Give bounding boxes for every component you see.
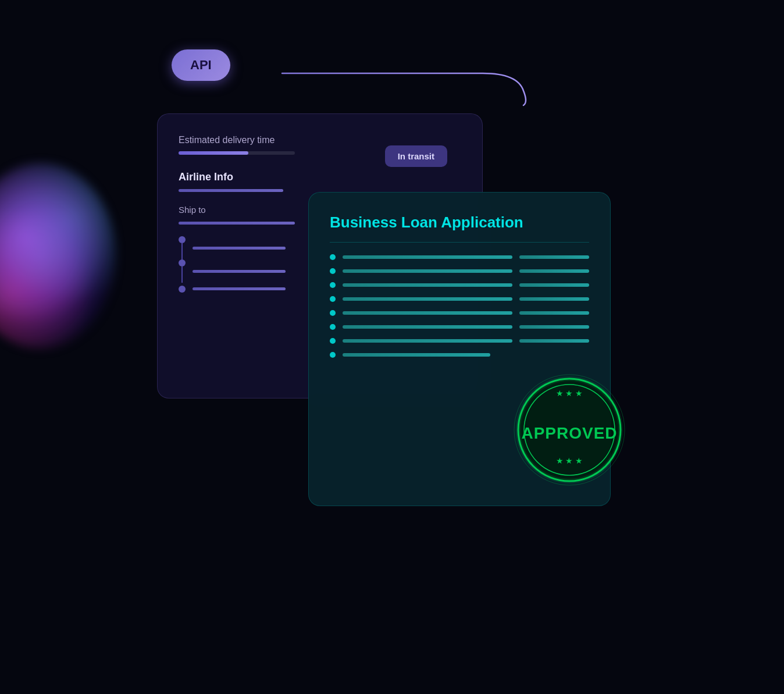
loan-line-6b [519,325,589,329]
api-label: API [190,58,212,72]
airline-info-line [179,189,283,192]
timeline-line-1 [193,247,286,250]
loan-title: Business Loan Application [330,213,589,232]
loan-line-1a [343,255,512,259]
api-connector [227,62,529,108]
ship-line [179,222,295,225]
loan-row-7 [330,338,589,344]
loan-dot-4 [330,296,336,302]
api-bubble: API [172,49,230,81]
svg-text:★ ★ ★: ★ ★ ★ [556,456,583,465]
loan-line-3b [519,283,589,287]
loan-dot-8 [330,352,336,358]
timeline-dot-2 [179,259,186,266]
approved-stamp: ★ ★ ★ APPROVED ★ ★ ★ [511,372,628,488]
loan-line-5a [343,311,512,315]
loan-line-4b [519,297,589,301]
loan-dot-6 [330,324,336,330]
loan-row-1 [330,254,589,260]
loan-line-1b [519,255,589,259]
loan-line-2a [343,269,512,273]
loan-row-2 [330,268,589,274]
scene: API Estimated delivery time In transit A… [0,0,784,694]
loan-line-8a [343,353,490,357]
loan-dot-5 [330,310,336,316]
loan-dot-3 [330,282,336,288]
loan-divider [330,242,589,243]
timeline-dot-3 [179,286,186,293]
loan-line-4a [343,297,512,301]
decorative-orb [0,163,116,349]
loan-line-3a [343,283,512,287]
timeline-line-2 [193,270,286,273]
svg-text:★ ★ ★: ★ ★ ★ [556,389,583,398]
timeline-dot-1 [179,236,186,243]
loan-line-7a [343,339,512,343]
timeline-line-3 [193,287,286,290]
loan-dot-7 [330,338,336,344]
progress-bar [179,151,295,155]
loan-line-5b [519,311,589,315]
loan-row-4 [330,296,589,302]
loan-dot-2 [330,268,336,274]
airline-info-label: Airline Info [179,171,461,183]
delivery-label: Estimated delivery time [179,135,461,145]
loan-card: Business Loan Application [308,192,611,506]
loan-row-8 [330,352,589,358]
loan-line-2b [519,269,589,273]
loan-dot-1 [330,254,336,260]
svg-text:APPROVED: APPROVED [521,424,617,442]
loan-row-3 [330,282,589,288]
in-transit-badge: In transit [385,145,447,167]
loan-line-6a [343,325,512,329]
loan-row-6 [330,324,589,330]
loan-row-5 [330,310,589,316]
progress-fill [179,151,248,155]
loan-line-7b [519,339,589,343]
